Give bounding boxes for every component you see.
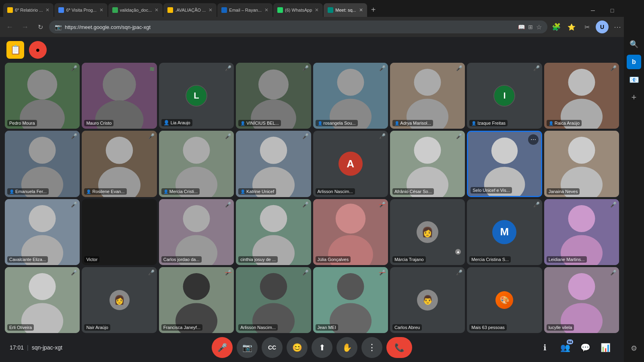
participants-button[interactable]: 👥 94: [556, 339, 574, 356]
captions-button[interactable]: CC: [262, 337, 283, 358]
tab-2-close[interactable]: ✕: [99, 7, 103, 13]
settings-button[interactable]: ⋯: [611, 21, 624, 33]
tile-francisca-name: Francisca Janeyf...: [161, 324, 202, 331]
tile-afranio: 🎤 Afrânio César So...: [390, 131, 465, 197]
end-call-button[interactable]: 📞: [386, 337, 412, 358]
tab-4-close[interactable]: ✕: [208, 7, 213, 13]
tile-adrya-name: 👤 Adrya Marisol...: [392, 120, 433, 126]
present-button[interactable]: ⬆: [312, 337, 332, 358]
tile-katrine: 🎤 👤 Katrine Unicef: [236, 131, 311, 197]
tile-mercia-crist-s: M 🎤 Mercia Cristina S...: [467, 199, 542, 265]
tile-nair-name: Nair Araújo: [84, 324, 110, 331]
extensions-button[interactable]: 🧩: [550, 21, 563, 33]
url-text: https://meet.google.com/sqn-jpac-xgt: [65, 24, 515, 30]
tile-emanuela: 🎤 👤 Emanuela Fer...: [5, 131, 80, 197]
edge-sidebar: 🔍 b 📧 + ⚙: [624, 0, 644, 362]
tab-2[interactable]: 6ª Visita Prog... ✕: [54, 3, 107, 17]
tab-7-close[interactable]: ✕: [359, 7, 363, 13]
tile-leidiane-name: Leidiane Martins...: [547, 256, 587, 263]
tile-raica-name: 👤 Raica Araújo: [547, 120, 582, 126]
video-grid: 🎤 Pedro Moura ≋ Mauro Cristo L 🎤 👤 Lia A…: [0, 63, 624, 333]
tab-6[interactable]: (6) WhatsApp ✕: [273, 3, 323, 17]
tile-raica: 🎤 👤 Raica Araújo: [544, 63, 619, 129]
tab-7-active[interactable]: Meet: sq... ✕: [324, 3, 367, 17]
star-icon[interactable]: ☆: [536, 23, 542, 31]
sidebar-search-icon[interactable]: 🔍: [627, 37, 641, 51]
tile-mercia-cristi: 🎤 👤 Mercia Cristi...: [159, 131, 234, 197]
tile-adrya: 🎤 👤 Adrya Marisol...: [390, 63, 465, 129]
favorites-button[interactable]: ⭐: [565, 21, 578, 33]
tile-francisca-mic: 🎤: [225, 269, 231, 276]
tile-emanuela-mic: 🎤: [71, 133, 77, 139]
maximize-button[interactable]: □: [603, 4, 621, 17]
tile-afranio-mic: 🎤: [456, 133, 462, 139]
app-icon-yellow[interactable]: 📋: [6, 41, 24, 59]
tile-rosangela: 🎤 👤 rosangela Sou...: [313, 63, 388, 129]
tile-arlisson2: 🎤 Arlisson Nascim...: [236, 267, 311, 333]
tab-5-close[interactable]: ✕: [264, 7, 268, 13]
tile-carlos-abreu: 👨 🎤 Carlos Abreu: [390, 267, 465, 333]
tile-carlos-jordao: 🎤 Carlos jordao da...: [159, 199, 234, 265]
tile-julia-name: Júlia Gonçalves: [316, 256, 351, 263]
tab-5-title: Email – Rayan...: [229, 8, 262, 12]
tile-more-people[interactable]: 🎨 Mais 63 pessoas: [467, 267, 542, 333]
sidebar-copilot-icon[interactable]: b: [627, 55, 641, 69]
tile-leidiane-mic: 🎤: [610, 202, 617, 208]
refresh-button[interactable]: ↻: [34, 21, 47, 33]
tab-1[interactable]: 6º Relatório ... ✕: [3, 3, 54, 17]
tab-1-close[interactable]: ✕: [45, 7, 50, 13]
tab-5[interactable]: Email – Rayan... ✕: [217, 3, 272, 17]
tile-arlisson-name: Arlisson Nascim...: [316, 188, 355, 195]
tile-erli: 🎤 Erli Oliveira: [5, 267, 80, 333]
emoji-button[interactable]: 😊: [287, 337, 308, 358]
info-button[interactable]: ℹ: [536, 339, 554, 356]
tab-4[interactable]: .AVALIAÇÃO ... ✕: [163, 3, 217, 17]
tile-cinthia: 🎤 cinthia josuy de ...: [236, 199, 311, 265]
tile-carlos-jordao-mic: 🎤: [225, 202, 231, 208]
tile-more-people-label: Mais 63 pessoas: [469, 324, 507, 331]
tile-jean-mic: 🎤: [379, 269, 386, 276]
tile-raica-mic: 🎤: [610, 65, 617, 71]
minimize-button[interactable]: ─: [584, 4, 602, 17]
tab-3-close[interactable]: ✕: [155, 7, 159, 13]
tile-arlisson2-mic: 🎤: [302, 269, 309, 276]
forward-button[interactable]: →: [19, 21, 31, 33]
mic-button[interactable]: 🎤: [212, 337, 233, 358]
tile-victor-name: Victor: [84, 256, 99, 263]
tile-victor: Victor: [82, 199, 157, 265]
back-button[interactable]: ←: [3, 21, 16, 33]
browser-window: 6º Relatório ... ✕ 6ª Visita Prog... ✕ v…: [0, 0, 644, 362]
tile-lucylle: 🎤 lucylle vilela: [544, 267, 619, 333]
tab-3[interactable]: validação_doc... ✕: [108, 3, 163, 17]
sidebar-add-icon[interactable]: +: [627, 90, 641, 105]
sidebar-outlook-icon[interactable]: 📧: [627, 72, 641, 87]
lia-profile-ring: L: [186, 85, 207, 107]
more-button[interactable]: ⋮: [361, 337, 382, 358]
tab-3-title: validação_doc...: [120, 8, 152, 12]
chat-button[interactable]: 💬: [576, 339, 594, 356]
video-icon: 📷: [55, 24, 62, 30]
sidebar-settings-icon[interactable]: ⚙: [627, 341, 641, 356]
bottom-right-controls: ℹ 👥 94 💬 📊: [536, 339, 614, 356]
tile-erli-name: Erli Oliveira: [7, 324, 34, 331]
tile-vinicius-mic: 🎤: [302, 65, 309, 71]
tile-arlisson2-name: Arlisson Nascim...: [238, 324, 278, 331]
browser-profile[interactable]: U: [596, 21, 609, 33]
tile-adrya-mic: 🎤: [456, 65, 462, 71]
tab-6-close[interactable]: ✕: [315, 7, 319, 13]
app-icon-record[interactable]: ●: [29, 41, 47, 59]
new-tab-button[interactable]: +: [368, 4, 379, 15]
reader-icon[interactable]: 📖: [518, 24, 525, 30]
address-bar[interactable]: 📷 https://meet.google.com/sqn-jpac-xgt 📖…: [49, 21, 547, 33]
hand-button[interactable]: ✋: [336, 337, 357, 358]
activities-button[interactable]: 📊: [597, 339, 614, 356]
tile-cinthia-mic: 🎤: [302, 202, 309, 208]
tile-mauro-speaking: ≋: [149, 65, 155, 73]
split-icon[interactable]: ⊞: [528, 24, 533, 30]
tile-pedro-name: Pedro Moura: [7, 120, 37, 126]
web-capture-button[interactable]: ✂: [580, 21, 593, 33]
camera-button[interactable]: 📷: [237, 337, 258, 358]
tile-selo-options[interactable]: ⋯: [528, 134, 539, 145]
tile-mercia-crist-s-name: Mercia Cristina S...: [469, 256, 511, 263]
tile-emanuela-name: 👤 Emanuela Fer...: [7, 188, 49, 195]
